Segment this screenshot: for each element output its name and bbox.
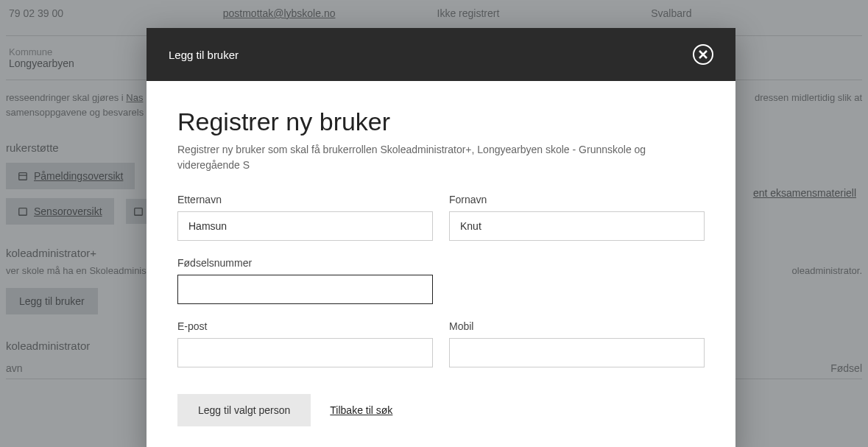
modal-title: Registrer ny bruker [177,108,705,136]
add-user-modal: Legg til bruker Registrer ny bruker Regi… [147,28,735,447]
modal-header: Legg til bruker [147,28,735,81]
back-to-search-link[interactable]: Tilbake til søk [330,404,392,416]
modal-header-title: Legg til bruker [169,49,239,61]
close-button[interactable] [693,44,713,65]
epost-input[interactable] [177,338,433,367]
modal-description: Registrer ny bruker som skal få brukerro… [177,142,663,173]
submit-button[interactable]: Legg til valgt person [177,394,311,426]
etternavn-input[interactable] [177,211,433,241]
fornavn-input[interactable] [449,211,705,241]
close-icon [699,50,708,59]
fodselsnummer-input[interactable] [177,275,433,304]
mobil-input[interactable] [449,338,705,367]
modal-body: Registrer ny bruker Registrer ny bruker … [147,81,735,447]
etternavn-label: Etternavn [177,194,433,205]
fodselsnummer-label: Fødselsnummer [177,257,433,269]
fornavn-label: Fornavn [449,194,705,205]
epost-label: E-post [177,320,433,332]
mobil-label: Mobil [449,320,705,332]
